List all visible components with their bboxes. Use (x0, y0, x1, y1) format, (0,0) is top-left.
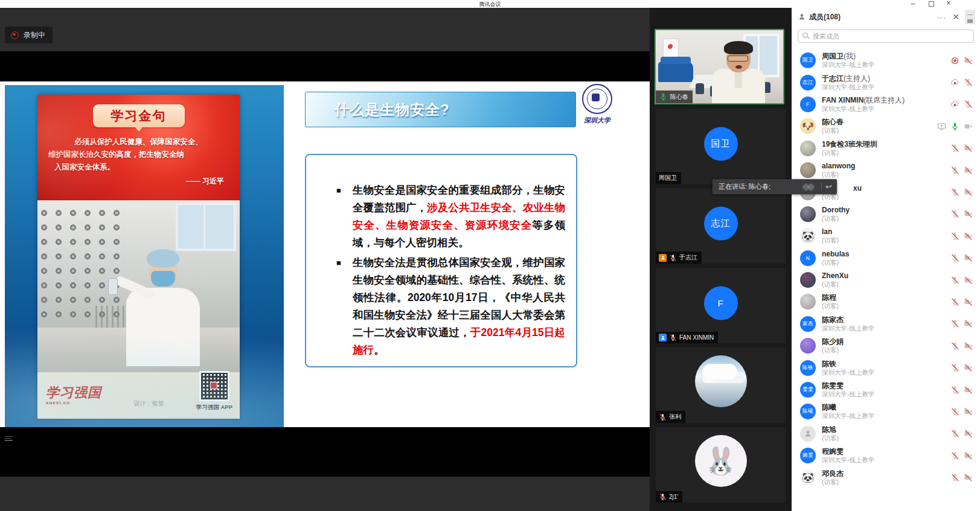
avatar: 陈曦 (800, 404, 816, 419)
member-org: 深圳大学-线上教学 (822, 456, 950, 463)
member-name: nebulas (822, 250, 950, 258)
member-row[interactable]: Dorothy (访客) (792, 203, 980, 225)
lab-equipment (37, 206, 128, 321)
member-status-icons (950, 209, 973, 218)
mic-muted-icon (950, 144, 959, 153)
avatar: 国卫 (800, 52, 816, 68)
avatar: 🐶 (800, 118, 816, 134)
mic-muted-icon (950, 297, 959, 306)
member-name: ZhenXu (822, 272, 950, 280)
member-row[interactable]: 陈少娟 (访客) (792, 335, 980, 357)
avatar: N (800, 250, 816, 266)
member-name: 邓良杰 (822, 470, 950, 478)
mic-on-icon (659, 92, 668, 101)
member-row[interactable]: F FAN XINMIN(联席主持人) 深圳大学-线上教学 (792, 94, 980, 115)
avatar: 国卫 (704, 127, 738, 160)
member-row[interactable]: 19食检3班朱理圳 (访客) (792, 138, 980, 159)
video-tile[interactable]: 张利 (656, 348, 786, 423)
reply-icon[interactable]: ↩ (825, 183, 832, 191)
video-tile[interactable]: 🐰 2j1' (656, 427, 786, 503)
member-org: (访客) (822, 236, 950, 244)
mic-muted-icon (950, 166, 959, 175)
member-row[interactable]: 国卫 周国卫(我) 深圳大学-线上教学 (792, 49, 980, 71)
member-row[interactable]: N nebulas (访客) (792, 247, 980, 269)
university-seal-icon (582, 84, 612, 114)
window-controls (910, 1, 952, 7)
avatar (695, 355, 747, 407)
member-row[interactable]: 🐼 lan (访客) (792, 225, 980, 247)
slide-title-banner: 什么是生物安全? (305, 92, 576, 127)
member-row[interactable]: 志江 于志江(主持人) 深圳大学-线上教学 (792, 71, 980, 93)
member-status-icons (950, 144, 973, 153)
close-icon[interactable] (946, 1, 952, 7)
slide-left-background: 学习金句 必须从保护人民健康、保障国家安全、 维护国家长治久安的高度，把生物安全… (5, 85, 284, 427)
member-name: 陈雯雯 (822, 382, 950, 390)
member-name: lan (822, 228, 950, 236)
camera-muted-icon (964, 188, 973, 197)
avatar: 志江 (800, 75, 816, 90)
mic-muted-icon (964, 100, 973, 109)
screen-share-icon (937, 122, 946, 131)
annotation-menu-icon[interactable] (5, 435, 14, 443)
member-name: 陈铁 (822, 360, 950, 368)
video-tile[interactable]: F FAN XINMIN (656, 268, 786, 343)
mic-muted-light-icon (659, 493, 667, 501)
tile-name-label: 2j1' (656, 491, 682, 503)
avatar (800, 338, 816, 354)
shared-screen-area: 录制中 学习金句 必须从保护人民健康、保障国家安全、 维护国家长治久安的高度，把… (0, 8, 650, 511)
members-icon (798, 13, 806, 21)
video-tile[interactable]: 陈心春 (655, 29, 784, 104)
mic-muted-icon (950, 473, 959, 482)
recording-dot-icon (11, 31, 19, 39)
more-options-icon[interactable]: ··· (934, 13, 949, 22)
member-row[interactable]: 🐼 邓良杰 (访客) (792, 466, 980, 488)
member-row[interactable]: 家杰 陈家杰 深圳大学-线上教学 (792, 313, 980, 335)
poster-lab-photo (37, 200, 240, 372)
member-org: (访客) (822, 127, 937, 134)
mic-muted-icon (950, 451, 959, 460)
member-row[interactable]: 婉雯 程婉雯 深圳大学-线上教学 (792, 445, 980, 466)
avatar (800, 426, 816, 442)
video-tile[interactable]: 志江 于志江 (656, 188, 786, 264)
member-row[interactable]: 雯雯 陈雯雯 深圳大学-线上教学 (792, 379, 980, 401)
member-row[interactable]: alanwong (访客) (792, 159, 980, 181)
member-org: (访客) (822, 281, 950, 288)
member-row[interactable]: 陈旭 (访客) (792, 423, 980, 445)
mic-muted-icon (950, 407, 959, 416)
avatar (800, 294, 816, 309)
video-strip: 陈心春国卫周国卫志江 于志江F FAN XINMIN 张利🐰 2j1' (650, 8, 792, 511)
maximize-icon[interactable] (928, 1, 934, 7)
member-status-icons (950, 188, 973, 197)
member-name: 周国卫(我) (822, 52, 950, 60)
members-panel-title: 成员(108) (809, 12, 841, 22)
avatar (800, 162, 816, 178)
mic-muted-icon (950, 253, 959, 262)
members-panel-header: 成员(108) ··· ✕ (792, 8, 980, 26)
member-status-icons (950, 319, 973, 328)
mic-muted-icon (950, 363, 959, 372)
member-row[interactable]: 陈曦 陈曦 深圳大学-线上教学 (792, 401, 980, 422)
member-row[interactable]: 陈程 (访客) (792, 291, 980, 313)
minimize-icon[interactable] (910, 1, 916, 7)
window-titlebar: 腾讯会议 (0, 0, 980, 8)
camera-muted-icon (964, 363, 973, 372)
poster-badge: 学习金句 (93, 104, 185, 127)
member-org: 深圳大学-线上教学 (822, 412, 950, 419)
member-name: 19食检3班朱理圳 (822, 141, 950, 148)
reaction-icons[interactable] (803, 184, 814, 190)
member-row[interactable]: 🐶 陈心春 (访客) (792, 115, 980, 137)
recording-badge[interactable]: 录制中 (5, 27, 53, 43)
panel-close-icon[interactable]: ✕ (949, 12, 962, 22)
member-row[interactable]: 陈铁 陈铁 深圳大学-线上教学 (792, 357, 980, 378)
slide-bullets: 生物安全是国家安全的重要组成部分，生物安全覆盖范围广，涉及公共卫生安全、农业生物… (336, 182, 565, 359)
video-tile[interactable]: 国卫周国卫 (656, 109, 786, 184)
member-row[interactable]: ZhenXu (访客) (792, 269, 980, 291)
poster-footer: 学习强国 xuexi.cn 设计：焦莹 学习强国 APP (37, 372, 240, 419)
member-org: (访客) (822, 149, 950, 156)
member-status-icons (950, 451, 973, 460)
search-input[interactable] (798, 30, 974, 43)
avatar: 🐼 (800, 470, 816, 486)
panel-menu-icon[interactable] (965, 10, 975, 24)
avatar: 陈铁 (800, 360, 816, 376)
avatar: 婉雯 (800, 448, 816, 463)
